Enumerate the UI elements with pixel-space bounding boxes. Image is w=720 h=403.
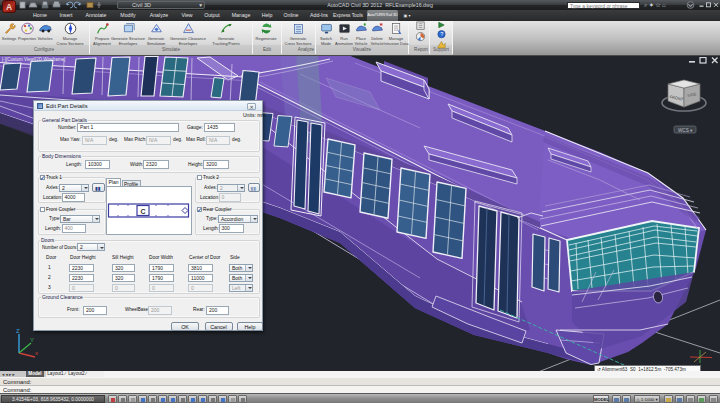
svg-text:x: x xyxy=(35,350,38,356)
svg-text:C: C xyxy=(141,207,146,214)
svg-text:WCS ▾: WCS ▾ xyxy=(678,128,693,133)
svg-text:Z: Z xyxy=(16,328,20,334)
svg-text:?: ? xyxy=(440,31,443,37)
svg-text:Y: Y xyxy=(30,337,34,343)
